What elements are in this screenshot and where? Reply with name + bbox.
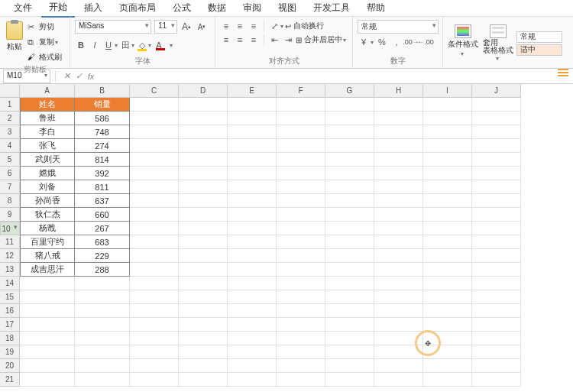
cell-I6[interactable] xyxy=(423,167,472,180)
menu-review[interactable]: 审阅 xyxy=(235,0,269,17)
select-all-corner[interactable] xyxy=(0,84,20,98)
cell-J14[interactable] xyxy=(472,277,521,290)
cell-H14[interactable] xyxy=(374,277,423,290)
wrap-text-button[interactable]: ↩自动换行 xyxy=(285,21,324,31)
cell-E5[interactable] xyxy=(228,153,277,167)
cell-E4[interactable] xyxy=(228,139,277,153)
cell-G11[interactable] xyxy=(325,235,374,249)
menu-data[interactable]: 数据 xyxy=(200,0,234,17)
cell-G19[interactable] xyxy=(325,345,374,359)
cell-B10[interactable]: 267 xyxy=(75,222,130,235)
cell-B19[interactable] xyxy=(75,345,130,359)
cell-I19[interactable] xyxy=(423,345,472,359)
cell-G15[interactable] xyxy=(325,290,374,304)
cell-G16[interactable] xyxy=(325,304,374,318)
cell-C2[interactable] xyxy=(130,112,179,125)
cell-D10[interactable] xyxy=(179,222,228,235)
cell-I15[interactable] xyxy=(423,290,472,304)
cell-A20[interactable] xyxy=(20,359,75,373)
cell-F16[interactable] xyxy=(277,304,325,318)
cell-E7[interactable] xyxy=(228,180,277,194)
row-header-10[interactable]: 10 xyxy=(0,222,20,235)
cell-B18[interactable] xyxy=(75,332,130,345)
cell-F20[interactable] xyxy=(277,359,325,373)
col-header-F[interactable]: F xyxy=(277,84,325,98)
currency-button[interactable]: ¥ xyxy=(358,36,370,48)
cell-G1[interactable] xyxy=(325,98,374,112)
row-header-13[interactable]: 13 xyxy=(0,263,20,277)
cell-G9[interactable] xyxy=(325,208,374,222)
cell-G6[interactable] xyxy=(325,167,374,180)
cell-J3[interactable] xyxy=(472,125,521,139)
cell-D21[interactable] xyxy=(179,373,228,387)
cell-F14[interactable] xyxy=(277,277,325,290)
cell-J17[interactable] xyxy=(472,318,521,332)
cell-E11[interactable] xyxy=(228,235,277,249)
row-header-7[interactable]: 7 xyxy=(0,180,20,194)
cell-C21[interactable] xyxy=(130,373,179,387)
cell-C14[interactable] xyxy=(130,277,179,290)
cell-C20[interactable] xyxy=(130,359,179,373)
row-header-8[interactable]: 8 xyxy=(0,194,20,208)
menu-view[interactable]: 视图 xyxy=(270,0,304,17)
row-header-1[interactable]: 1 xyxy=(0,98,20,112)
cell-J8[interactable] xyxy=(472,194,521,208)
menu-layout[interactable]: 页面布局 xyxy=(112,0,163,17)
menu-insert[interactable]: 插入 xyxy=(76,0,110,17)
cell-C10[interactable] xyxy=(130,222,179,235)
cell-A2[interactable]: 鲁班 xyxy=(20,112,75,125)
menu-help[interactable]: 帮助 xyxy=(359,0,393,17)
col-header-H[interactable]: H xyxy=(374,84,423,98)
cell-C18[interactable] xyxy=(130,332,179,345)
col-header-D[interactable]: D xyxy=(179,84,228,98)
cell-H10[interactable] xyxy=(374,222,423,235)
cell-G12[interactable] xyxy=(325,249,374,263)
cell-B3[interactable]: 748 xyxy=(75,125,130,139)
comma-button[interactable]: , xyxy=(390,36,403,48)
col-header-C[interactable]: C xyxy=(130,84,179,98)
cell-F12[interactable] xyxy=(277,249,325,263)
cell-B17[interactable] xyxy=(75,318,130,332)
menu-file[interactable]: 文件 xyxy=(6,0,40,17)
cell-I18[interactable] xyxy=(423,332,472,345)
cell-H12[interactable] xyxy=(374,249,423,263)
cell-style-normal[interactable]: 常规 xyxy=(516,31,562,43)
italic-button[interactable]: I xyxy=(89,39,101,51)
cell-A10[interactable]: 杨戬 xyxy=(20,222,75,235)
cell-A9[interactable]: 狄仁杰 xyxy=(20,208,75,222)
cell-E15[interactable] xyxy=(228,290,277,304)
cell-C7[interactable] xyxy=(130,180,179,194)
decrease-decimal-button[interactable]: ←.00 xyxy=(419,36,432,48)
formula-input[interactable] xyxy=(100,70,573,83)
font-color-button[interactable]: A xyxy=(153,39,165,51)
cell-G5[interactable] xyxy=(325,153,374,167)
orientation-button[interactable]: ⤢ xyxy=(268,20,280,32)
cell-B20[interactable] xyxy=(75,359,130,373)
cell-A11[interactable]: 百里守约 xyxy=(20,235,75,249)
align-right-button[interactable]: ≡ xyxy=(248,34,260,46)
cell-A12[interactable]: 猪八戒 xyxy=(20,249,75,263)
cell-I1[interactable] xyxy=(423,98,472,112)
cell-J21[interactable] xyxy=(472,373,521,387)
cell-C17[interactable] xyxy=(130,318,179,332)
cell-B21[interactable] xyxy=(75,373,130,387)
cell-H11[interactable] xyxy=(374,235,423,249)
cell-J15[interactable] xyxy=(472,290,521,304)
row-header-15[interactable]: 15 xyxy=(0,290,20,304)
cell-D12[interactable] xyxy=(179,249,228,263)
cell-C3[interactable] xyxy=(130,125,179,139)
align-middle-button[interactable]: ≡ xyxy=(234,20,246,32)
cell-B4[interactable]: 274 xyxy=(75,139,130,153)
row-header-12[interactable]: 12 xyxy=(0,249,20,263)
cell-G4[interactable] xyxy=(325,139,374,153)
cell-F5[interactable] xyxy=(277,153,325,167)
cell-J6[interactable] xyxy=(472,167,521,180)
cell-A21[interactable] xyxy=(20,373,75,387)
cell-D13[interactable] xyxy=(179,263,228,277)
percent-button[interactable]: % xyxy=(376,36,388,48)
cell-I4[interactable] xyxy=(423,139,472,153)
cell-J7[interactable] xyxy=(472,180,521,194)
cell-B15[interactable] xyxy=(75,290,130,304)
cell-E14[interactable] xyxy=(228,277,277,290)
menu-dev[interactable]: 开发工具 xyxy=(306,0,358,17)
